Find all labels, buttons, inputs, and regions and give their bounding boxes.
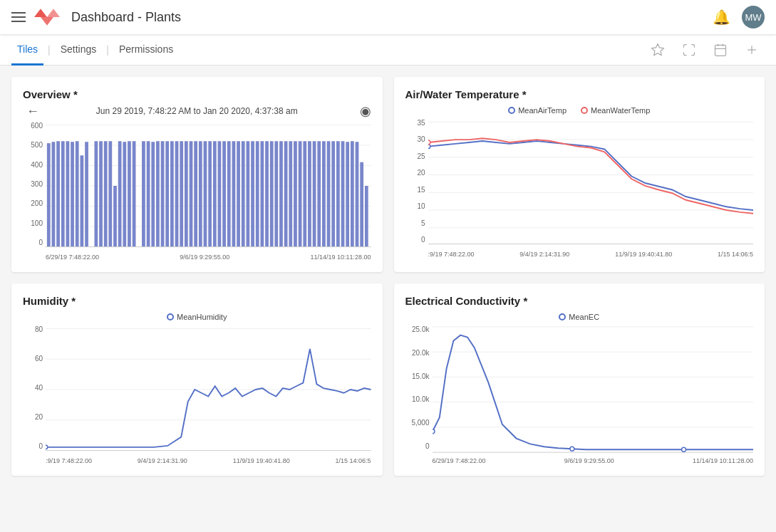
favorite-button[interactable] xyxy=(645,37,671,63)
svg-rect-65 xyxy=(284,141,288,246)
svg-rect-32 xyxy=(123,142,126,246)
menu-button[interactable] xyxy=(11,12,26,22)
tile-conductivity-title: Electrical Conductivity * xyxy=(405,295,754,307)
tab-settings[interactable]: Settings xyxy=(55,34,103,66)
svg-rect-27 xyxy=(99,141,103,246)
svg-point-99 xyxy=(46,445,48,449)
svg-rect-79 xyxy=(351,141,354,246)
overview-y-axis: 600 500 400 300 200 100 0 xyxy=(23,122,46,261)
svg-point-93 xyxy=(428,140,430,145)
airwater-y-axis: 35 30 25 20 15 10 5 0 xyxy=(405,119,428,258)
svg-rect-60 xyxy=(260,141,264,246)
conductivity-legend: MeanEC xyxy=(405,313,754,321)
svg-rect-42 xyxy=(175,141,179,246)
svg-rect-62 xyxy=(270,141,274,246)
svg-rect-28 xyxy=(104,141,108,246)
svg-marker-1 xyxy=(47,9,60,17)
notifications-button[interactable]: 🔔 xyxy=(713,9,730,26)
svg-rect-43 xyxy=(180,141,183,246)
svg-rect-4 xyxy=(715,45,726,56)
humidity-line-chart xyxy=(46,325,371,454)
tile-humidity-title: Humidity * xyxy=(23,295,371,307)
nav-tabs: Tiles | Settings | Permissions xyxy=(0,34,776,66)
calendar-button[interactable] xyxy=(708,37,733,63)
svg-rect-48 xyxy=(204,141,207,246)
svg-rect-77 xyxy=(341,141,345,246)
svg-rect-21 xyxy=(66,141,70,246)
svg-rect-82 xyxy=(365,186,368,247)
overview-nav: ← Jun 29 2019, 7:48:22 AM to Jan 20 2020… xyxy=(23,106,371,116)
add-tile-button[interactable] xyxy=(739,37,765,63)
legend-humidity: MeanHumidity xyxy=(167,313,227,321)
svg-rect-61 xyxy=(265,141,269,246)
conductivity-x-labels: 6/29/19 7:48:22.00 9/6/19 9:29:55.00 11/… xyxy=(433,457,754,464)
conductivity-chart: 6/29/19 7:48:22.00 9/6/19 9:29:55.00 11/… xyxy=(433,325,754,464)
svg-rect-20 xyxy=(61,141,65,246)
page-title: Dashboard - Plants xyxy=(71,10,181,25)
svg-rect-29 xyxy=(108,141,112,246)
overview-close-button[interactable]: ◉ xyxy=(360,103,371,119)
svg-rect-54 xyxy=(232,141,236,246)
svg-rect-72 xyxy=(317,141,321,246)
svg-rect-56 xyxy=(242,141,245,246)
svg-rect-69 xyxy=(303,141,306,246)
nav-actions xyxy=(645,37,765,63)
legend-ec-label: MeanEC xyxy=(569,313,599,321)
svg-rect-36 xyxy=(147,141,150,246)
tile-overview: Overview * ← Jun 29 2019, 7:48:22 AM to … xyxy=(11,77,383,272)
svg-rect-63 xyxy=(274,141,278,246)
svg-rect-34 xyxy=(133,141,136,246)
svg-rect-47 xyxy=(199,141,202,246)
svg-rect-31 xyxy=(118,141,122,246)
user-avatar[interactable]: MW xyxy=(742,6,765,28)
svg-rect-49 xyxy=(208,141,212,246)
airwater-legend: MeanAirTemp MeanWaterTemp xyxy=(405,106,754,115)
tab-permissions[interactable]: Permissions xyxy=(113,34,179,66)
legend-ec-dot xyxy=(559,313,566,320)
airwater-chart-container: 35 30 25 20 15 10 5 0 xyxy=(405,119,754,258)
dashboard: Overview * ← Jun 29 2019, 7:48:22 AM to … xyxy=(0,66,776,487)
svg-rect-74 xyxy=(327,141,331,246)
conductivity-y-axis: 25.0k 20.0k 15.0k 10.0k 5,000 0 xyxy=(405,325,433,464)
svg-rect-44 xyxy=(185,141,188,246)
svg-rect-37 xyxy=(151,142,155,246)
svg-rect-57 xyxy=(247,141,250,246)
svg-rect-26 xyxy=(94,141,98,246)
legend-watertemp: MeanWaterTemp xyxy=(581,106,650,115)
header-left: Dashboard - Plants xyxy=(11,9,181,26)
fullscreen-button[interactable] xyxy=(676,37,702,63)
svg-rect-24 xyxy=(81,155,84,246)
legend-humidity-label: MeanHumidity xyxy=(177,313,227,321)
svg-rect-51 xyxy=(218,141,222,246)
svg-rect-33 xyxy=(128,141,131,246)
overview-chart-container: 600 500 400 300 200 100 0 xyxy=(23,122,371,261)
svg-rect-70 xyxy=(308,141,311,246)
svg-rect-41 xyxy=(170,141,174,246)
svg-point-108 xyxy=(681,447,686,452)
app-header: Dashboard - Plants 🔔 MW xyxy=(0,0,776,34)
svg-point-106 xyxy=(433,429,435,434)
svg-rect-46 xyxy=(194,141,197,246)
legend-watertemp-dot xyxy=(581,107,588,114)
legend-airtemp-dot xyxy=(508,107,515,114)
tab-tiles[interactable]: Tiles xyxy=(11,34,43,66)
humidity-x-labels: :9/19 7:48:22.00 9/4/19 2:14:31.90 11/9/… xyxy=(46,457,371,464)
svg-rect-66 xyxy=(289,141,292,246)
svg-point-107 xyxy=(569,447,574,451)
svg-marker-0 xyxy=(34,9,47,17)
svg-rect-58 xyxy=(251,141,254,246)
overview-back-button[interactable]: ← xyxy=(23,101,43,121)
legend-ec: MeanEC xyxy=(559,313,599,321)
tile-overview-title: Overview * xyxy=(23,88,371,100)
svg-rect-25 xyxy=(85,142,88,246)
svg-rect-80 xyxy=(356,142,359,246)
tile-conductivity: Electrical Conductivity * MeanEC 25.0k 2… xyxy=(394,283,765,476)
legend-humidity-dot xyxy=(167,313,174,320)
nav-sep-2: | xyxy=(106,44,109,56)
svg-rect-45 xyxy=(190,141,193,246)
overview-chart: 6/29/19 7:48:22.00 9/6/19 9:29:55.00 11/… xyxy=(46,122,371,261)
svg-marker-3 xyxy=(652,43,664,55)
tile-airwater: Air/Water Temperature * MeanAirTemp Mean… xyxy=(394,77,765,272)
overview-x-labels: 6/29/19 7:48:22.00 9/6/19 9:29:55.00 11/… xyxy=(46,254,371,261)
humidity-chart: :9/19 7:48:22.00 9/4/19 2:14:31.90 11/9/… xyxy=(46,325,371,464)
